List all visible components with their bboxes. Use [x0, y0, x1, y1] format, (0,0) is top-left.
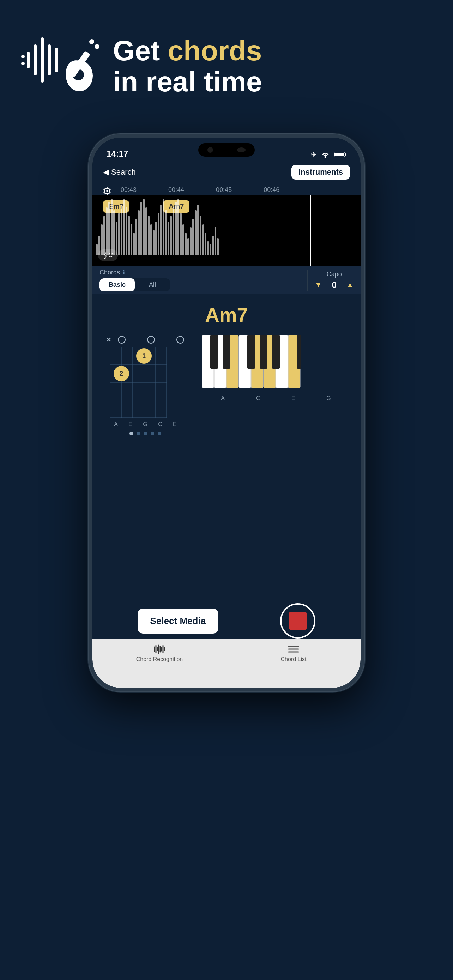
dynamic-island — [198, 143, 255, 157]
capo-up-button[interactable]: ▲ — [347, 281, 353, 289]
controls-divider — [307, 269, 308, 291]
string-o-marker-2 — [147, 336, 155, 344]
airplane-icon: ✈ — [311, 150, 317, 159]
piano-diagram: A C E G — [202, 335, 350, 401]
back-label: Search — [111, 167, 136, 177]
timeline-mark-2: 00:45 — [216, 186, 232, 194]
dot-3 — [144, 432, 147, 435]
string-o-marker-1 — [118, 336, 126, 344]
guitar-string-labels: A E G C E — [103, 419, 188, 428]
svg-rect-39 — [247, 335, 255, 369]
chord-recognition-icon — [153, 644, 166, 654]
dot-2 — [137, 432, 140, 435]
diagram-dots — [103, 432, 188, 435]
piano-svg — [202, 335, 300, 391]
svg-rect-37 — [210, 335, 218, 369]
hero-title-get: Get — [113, 35, 168, 66]
chords-label-row: Chords ℹ — [100, 269, 300, 276]
select-media-button[interactable]: Select Media — [138, 609, 219, 633]
tab-chord-recognition[interactable]: Chord Recognition — [92, 644, 227, 662]
capo-value: 0 — [329, 280, 339, 290]
svg-point-13 — [324, 156, 326, 158]
tab-bar: Chord Recognition Chord List — [92, 638, 361, 688]
status-time: 14:17 — [106, 149, 128, 159]
string-o-marker-3 — [176, 336, 184, 344]
note-label-E: E — [291, 395, 295, 401]
clef-button[interactable]: 𝄞 C — [98, 250, 118, 261]
svg-rect-15 — [345, 153, 346, 156]
chord-basic-button[interactable]: Basic — [100, 278, 135, 291]
note-label-A: A — [221, 395, 225, 401]
hero-title-line2: in real time — [113, 66, 262, 97]
string-label-C: C — [158, 421, 162, 428]
svg-rect-38 — [223, 335, 230, 369]
hero-title-chords: chords — [168, 35, 262, 66]
tab-chord-list[interactable]: Chord List — [227, 644, 361, 662]
chord-list-icon — [287, 644, 300, 654]
dot-5 — [158, 432, 161, 435]
svg-rect-40 — [260, 335, 267, 369]
chord-toggle: Basic All — [100, 278, 170, 291]
svg-point-5 — [21, 55, 25, 58]
svg-text:1: 1 — [142, 352, 146, 360]
capo-section: Capo ▼ 0 ▲ — [315, 270, 353, 290]
timeline-mark-1: 00:44 — [168, 186, 184, 194]
clef-symbol: 𝄞 — [103, 251, 107, 259]
capo-label: Capo — [327, 270, 342, 278]
svg-point-12 — [95, 44, 99, 49]
clef-key: C — [108, 251, 113, 259]
capo-controls: ▼ 0 ▲ — [315, 280, 353, 290]
timeline-mark-3: 00:46 — [264, 186, 280, 194]
string-label-E: E — [129, 421, 132, 428]
string-label-E2: E — [173, 421, 177, 428]
nav-bar: ◀ Search Instruments — [92, 162, 361, 183]
svg-text:2: 2 — [119, 370, 123, 377]
tab-chord-recognition-label: Chord Recognition — [136, 656, 183, 662]
string-empty-1: . — [133, 335, 140, 344]
string-x-marker: × — [106, 335, 111, 344]
svg-rect-41 — [272, 335, 280, 369]
chord-diagrams: × . . — [103, 335, 350, 435]
string-label-A: A — [114, 421, 118, 428]
fretboard-svg: 1 2 — [103, 347, 173, 418]
waveform-bars — [92, 199, 361, 255]
tab-chord-list-label: Chord List — [281, 656, 307, 662]
string-empty-2: . — [162, 335, 170, 344]
current-chord-display: Am7 — [92, 303, 361, 326]
status-icons: ✈ — [311, 150, 347, 159]
battery-icon — [334, 151, 347, 158]
svg-rect-16 — [334, 153, 344, 156]
playhead — [310, 196, 311, 266]
note-label-C: C — [256, 395, 261, 401]
hero-text: Get chords in real time — [113, 35, 262, 97]
dot-4 — [151, 432, 154, 435]
timeline-mark-0: 00:43 — [121, 186, 137, 194]
record-icon — [289, 612, 307, 630]
dot-active — [129, 432, 133, 435]
chords-section: Chords ℹ Basic All — [100, 269, 300, 291]
svg-point-6 — [21, 62, 25, 65]
waveform-container: Em7 Am7 — [92, 196, 361, 266]
note-label-G: G — [326, 395, 331, 401]
timeline-ruler: 00:43 00:44 00:45 00:46 — [92, 183, 361, 196]
piano-note-labels: A C E G — [202, 393, 350, 401]
controls-area: Chords ℹ Basic All Capo ▼ 0 ▲ — [92, 266, 361, 294]
info-icon[interactable]: ℹ — [123, 269, 125, 276]
svg-rect-42 — [297, 335, 300, 369]
instruments-button[interactable]: Instruments — [291, 165, 350, 180]
string-markers: × . . — [103, 335, 188, 347]
current-chord-name: Am7 — [205, 304, 248, 326]
chords-label: Chords — [100, 269, 120, 276]
app-logo — [21, 21, 99, 100]
record-button[interactable] — [280, 603, 315, 638]
phone-screen: 14:17 ✈ ◀ Search — [92, 138, 361, 688]
wifi-icon — [320, 151, 330, 158]
guitar-chord-diagram: × . . — [103, 335, 188, 435]
chord-all-button[interactable]: All — [135, 278, 170, 291]
back-arrow-icon: ◀ — [103, 167, 109, 177]
svg-point-11 — [89, 39, 94, 44]
string-label-G: G — [143, 421, 147, 428]
nav-back-button[interactable]: ◀ Search — [103, 167, 136, 177]
capo-down-button[interactable]: ▼ — [315, 281, 322, 289]
phone-frame: 14:17 ✈ ◀ Search — [89, 134, 364, 691]
